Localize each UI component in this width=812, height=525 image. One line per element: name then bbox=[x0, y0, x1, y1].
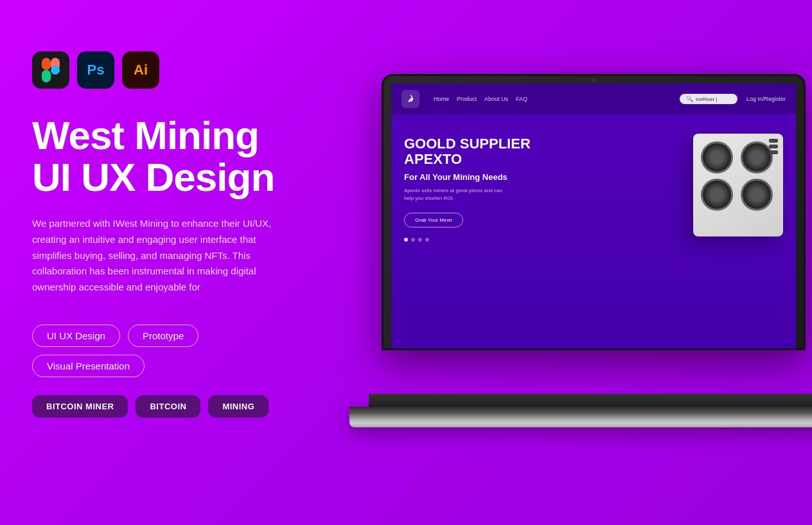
site-hero-desc: Apexto sells miners at great prices and … bbox=[404, 187, 507, 202]
fan-4 bbox=[741, 179, 773, 211]
tags-outline: UI UX Design Prototype Visual Presentati… bbox=[32, 325, 289, 377]
title-line1: West Mining bbox=[32, 113, 259, 157]
laptop-screen: Home Product About Us FAQ 🔍 IceRiver | L… bbox=[382, 74, 806, 350]
title-line2: UI UX Design bbox=[32, 155, 274, 199]
nav-faq[interactable]: FAQ bbox=[516, 96, 527, 102]
site-hero: GOOLD SUPPLIER APEXTO For All Your Minin… bbox=[391, 114, 796, 347]
port-2 bbox=[769, 145, 778, 148]
ps-label: Ps bbox=[87, 62, 105, 78]
nav-home[interactable]: Home bbox=[434, 96, 449, 102]
site-nav-links: Home Product About Us FAQ bbox=[434, 96, 671, 102]
website-ui: Home Product About Us FAQ 🔍 IceRiver | L… bbox=[391, 84, 796, 348]
port-1 bbox=[769, 139, 778, 143]
svg-rect-4 bbox=[42, 70, 51, 82]
fan-2 bbox=[741, 141, 773, 174]
cta-button[interactable]: Grab Your Miner bbox=[404, 213, 463, 227]
photoshop-icon: Ps bbox=[77, 51, 114, 89]
search-icon: 🔍 bbox=[686, 96, 693, 102]
mining-machine-image bbox=[661, 121, 790, 249]
tag-ui-ux: UI UX Design bbox=[32, 325, 120, 347]
fan-1 bbox=[701, 141, 733, 174]
screen-inner: Home Product About Us FAQ 🔍 IceRiver | L… bbox=[391, 84, 796, 348]
site-logo bbox=[402, 90, 419, 108]
hero-tag-text: GOOLD SUPPLIER bbox=[404, 136, 531, 152]
tag-bitcoin: BITCOIN bbox=[136, 395, 200, 418]
laptop-camera bbox=[592, 78, 596, 82]
tag-mining: MINING bbox=[208, 395, 269, 418]
dot-3[interactable] bbox=[418, 238, 422, 242]
ai-label: Ai bbox=[134, 62, 148, 78]
search-value: IceRiver | bbox=[696, 96, 718, 102]
tags-filled: BITCOIN MINER BITCOIN MINING bbox=[32, 395, 289, 418]
main-title: West Mining UI UX Design bbox=[32, 114, 289, 198]
laptop-bottom bbox=[349, 407, 812, 427]
laptop-base bbox=[369, 394, 812, 408]
fan-3 bbox=[701, 179, 733, 211]
laptop-container: Home Product About Us FAQ 🔍 IceRiver | L… bbox=[369, 74, 812, 427]
dot-2[interactable] bbox=[411, 238, 415, 242]
machine-ports bbox=[769, 139, 778, 154]
illustrator-icon: Ai bbox=[122, 51, 159, 89]
login-link[interactable]: Log In/Register bbox=[746, 96, 786, 102]
site-search[interactable]: 🔍 IceRiver | bbox=[680, 94, 737, 104]
machine-body bbox=[693, 134, 783, 236]
nav-about[interactable]: About Us bbox=[484, 96, 508, 102]
tag-prototype: Prototype bbox=[128, 325, 199, 347]
right-section: Home Product About Us FAQ 🔍 IceRiver | L… bbox=[362, 32, 812, 469]
dot-1[interactable] bbox=[404, 238, 408, 242]
svg-rect-0 bbox=[42, 58, 51, 70]
tag-visual: Visual Presentation bbox=[32, 355, 145, 377]
description: We partnered with IWest Mining to enhanc… bbox=[32, 216, 289, 296]
figma-icon bbox=[32, 51, 69, 89]
nav-product[interactable]: Product bbox=[457, 96, 477, 102]
hero-company-text: APEXTO bbox=[404, 151, 462, 167]
svg-point-3 bbox=[51, 66, 60, 75]
site-navbar: Home Product About Us FAQ 🔍 IceRiver | L… bbox=[391, 84, 796, 114]
tag-bitcoin-miner: BITCOIN MINER bbox=[32, 395, 128, 418]
page-wrapper: Ps Ai West Mining UI UX Design We partne… bbox=[0, 0, 812, 525]
left-section: Ps Ai West Mining UI UX Design We partne… bbox=[0, 0, 321, 418]
port-3 bbox=[769, 150, 778, 154]
tool-icons: Ps Ai bbox=[32, 51, 289, 89]
dot-4[interactable] bbox=[425, 238, 429, 242]
